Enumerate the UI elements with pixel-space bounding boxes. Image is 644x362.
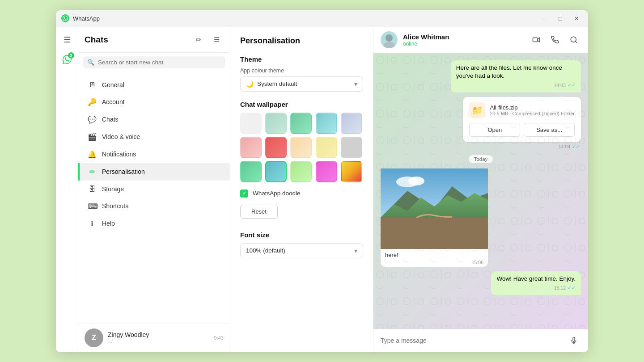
general-icon: 🖥 bbox=[88, 81, 97, 89]
settings-label-help: Help bbox=[102, 220, 115, 227]
chat-badge: 3 bbox=[68, 52, 74, 59]
svg-point-0 bbox=[386, 34, 393, 42]
chat-list-preview-text: ... bbox=[108, 338, 210, 345]
app-window: WhatsApp — □ ✕ ☰ 3 Chats ✏ ☰ bbox=[56, 10, 588, 352]
file-bubble-inner: 📁 All-files.zip 23.5 MB · Compressed (zi… bbox=[463, 97, 581, 142]
wallpaper-swatch-9[interactable] bbox=[316, 137, 337, 158]
wallpaper-swatch-3[interactable] bbox=[290, 113, 312, 134]
left-panel-header: Chats ✏ ☰ bbox=[78, 27, 230, 53]
message-ticks-1: ✓✓ bbox=[568, 82, 576, 88]
message-text-5: Wow! Have great time. Enjoy. bbox=[496, 275, 576, 282]
message-row-5: Wow! Have great time. Enjoy. 15:12 ✓✓ bbox=[381, 271, 581, 295]
minimize-button[interactable]: — bbox=[538, 13, 551, 23]
message-row-1: Here are all the files. Let me know once… bbox=[381, 60, 581, 93]
photo-caption: here! 15:06 bbox=[381, 249, 488, 267]
wallpaper-section-title: Chat wallpaper bbox=[240, 101, 363, 108]
settings-item-storage[interactable]: 🗄 Storage bbox=[78, 181, 230, 198]
settings-item-notifications[interactable]: 🔔 Notifications bbox=[78, 146, 230, 163]
doodle-label: WhatsApp doodle bbox=[253, 190, 301, 197]
date-divider: Today bbox=[381, 155, 581, 163]
wallpaper-swatch-2[interactable] bbox=[265, 113, 287, 134]
settings-label-notifications: Notifications bbox=[102, 151, 136, 158]
mic-button[interactable] bbox=[567, 333, 581, 348]
new-chat-button[interactable]: ✏ bbox=[191, 33, 206, 47]
wallpaper-swatch-8[interactable] bbox=[290, 137, 312, 158]
chat-list-avatar: Z bbox=[85, 328, 103, 347]
settings-item-help[interactable]: ℹ Help bbox=[78, 215, 230, 232]
photo-time: 15:06 bbox=[472, 260, 483, 265]
message-bubble-5: Wow! Have great time. Enjoy. 15:12 ✓✓ bbox=[491, 271, 581, 295]
chat-search-button[interactable] bbox=[567, 33, 581, 47]
file-bubble: 📁 All-files.zip 23.5 MB · Compressed (zi… bbox=[463, 97, 581, 150]
close-button[interactable]: ✕ bbox=[570, 13, 583, 23]
chat-list-preview: Z Zingy Woodley ... 9:43 bbox=[78, 324, 230, 352]
message-meta-2: 14:04 ✓✓ bbox=[463, 144, 581, 150]
chat-contact-status: online bbox=[403, 41, 524, 47]
search-bar: 🔍 bbox=[83, 56, 225, 68]
personalisation-panel: Personalisation Theme App colour theme 🌙… bbox=[230, 27, 373, 352]
app-logo bbox=[61, 14, 69, 22]
settings-item-general[interactable]: 🖥 General bbox=[78, 76, 230, 93]
chat-area: Alice Whitman online bbox=[373, 27, 588, 352]
titlebar: WhatsApp — □ ✕ bbox=[56, 10, 588, 27]
file-size: 23.5 MB · Compressed (zipped) Folder bbox=[490, 111, 575, 116]
font-section-title: Font size bbox=[240, 231, 363, 239]
settings-item-shortcuts[interactable]: ⌨ Shortcuts bbox=[78, 198, 230, 215]
settings-item-personalisation[interactable]: ✏ Personalisation bbox=[78, 163, 230, 181]
settings-label-shortcuts: Shortcuts bbox=[102, 202, 128, 210]
panel-title: Chats bbox=[85, 35, 188, 45]
message-time-5: 15:12 bbox=[554, 285, 566, 291]
chat-contact-name: Alice Whitman bbox=[403, 33, 524, 41]
chat-avatar bbox=[381, 31, 398, 48]
message-row-2: 📁 All-files.zip 23.5 MB · Compressed (zi… bbox=[381, 97, 581, 150]
chat-list-item[interactable]: Z Zingy Woodley ... 9:43 bbox=[78, 324, 230, 352]
notifications-icon: 🔔 bbox=[88, 150, 97, 159]
message-input[interactable] bbox=[381, 337, 562, 344]
wallpaper-swatch-4[interactable] bbox=[316, 113, 337, 134]
account-icon: 🔑 bbox=[88, 98, 97, 106]
wallpaper-swatch-13[interactable] bbox=[290, 161, 312, 182]
filter-button[interactable]: ☰ bbox=[209, 33, 224, 47]
message-text-1: Here are all the files. Let me know once… bbox=[456, 64, 562, 80]
storage-icon: 🗄 bbox=[88, 185, 97, 193]
video-icon: 🎬 bbox=[88, 133, 97, 141]
wallpaper-swatch-5[interactable] bbox=[341, 113, 362, 134]
personalisation-title: Personalisation bbox=[240, 36, 363, 46]
settings-item-account[interactable]: 🔑 Account bbox=[78, 93, 230, 111]
wallpaper-swatch-12[interactable] bbox=[265, 161, 287, 182]
search-input[interactable] bbox=[98, 59, 221, 66]
chat-list-time: 9:43 bbox=[214, 335, 224, 341]
titlebar-title: WhatsApp bbox=[73, 15, 538, 22]
chat-list-meta: 9:43 bbox=[214, 335, 224, 341]
save-file-button[interactable]: Save as... bbox=[524, 123, 575, 137]
font-size-dropdown[interactable]: 100% (default) ▾ bbox=[240, 243, 363, 258]
wallpaper-swatch-15[interactable] bbox=[341, 161, 362, 182]
open-file-button[interactable]: Open bbox=[469, 123, 520, 137]
reset-button[interactable]: Reset bbox=[240, 205, 278, 219]
svg-point-9 bbox=[408, 177, 424, 185]
menu-button[interactable]: ☰ bbox=[59, 32, 75, 48]
wallpaper-swatch-14[interactable] bbox=[316, 161, 337, 182]
photo-bubble: here! 15:06 bbox=[381, 168, 488, 267]
wallpaper-swatch-11[interactable] bbox=[240, 161, 262, 182]
voice-call-button[interactable] bbox=[548, 33, 562, 47]
settings-item-video[interactable]: 🎬 Video & voice bbox=[78, 128, 230, 146]
maximize-button[interactable]: □ bbox=[554, 13, 567, 23]
file-details: All-files.zip 23.5 MB · Compressed (zipp… bbox=[490, 104, 575, 116]
date-badge: Today bbox=[469, 155, 493, 163]
chats-nav-button[interactable]: 3 bbox=[59, 51, 75, 67]
message-meta-1: 14:03 ✓✓ bbox=[456, 82, 576, 88]
search-icon: 🔍 bbox=[87, 59, 94, 66]
theme-section-title: Theme bbox=[240, 55, 363, 63]
doodle-checkbox[interactable]: ✓ bbox=[240, 189, 248, 198]
photo-image[interactable] bbox=[381, 168, 488, 249]
wallpaper-swatch-7[interactable] bbox=[265, 137, 287, 158]
photo-caption-text: here! bbox=[385, 252, 398, 258]
settings-item-chats[interactable]: 💬 Chats bbox=[78, 111, 230, 128]
shortcuts-icon: ⌨ bbox=[88, 202, 97, 210]
wallpaper-swatch-1[interactable] bbox=[240, 113, 262, 134]
video-call-button[interactable] bbox=[529, 33, 543, 47]
wallpaper-swatch-10[interactable] bbox=[341, 137, 362, 158]
theme-dropdown[interactable]: 🌙 System default ▾ bbox=[240, 76, 363, 92]
wallpaper-swatch-6[interactable] bbox=[240, 137, 262, 158]
